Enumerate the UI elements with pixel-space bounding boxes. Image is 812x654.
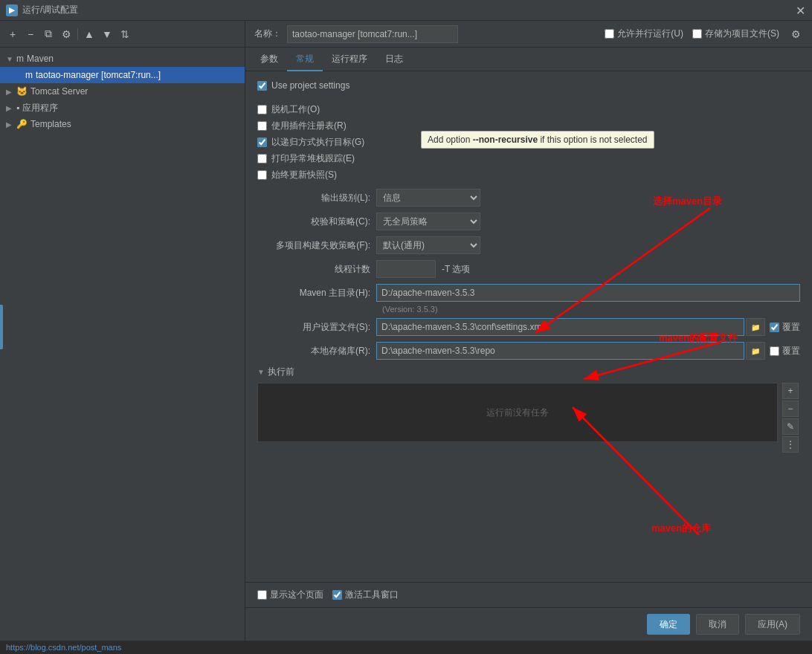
update-snapshot-checkbox[interactable] — [257, 170, 267, 180]
before-run-remove-button[interactable]: − — [782, 401, 799, 417]
sort-button[interactable]: ⇅ — [117, 26, 133, 42]
config-tree: ▼ m Maven m taotao-manager [tomcat7:run.… — [0, 48, 245, 641]
local-repo-reset-checkbox[interactable] — [770, 346, 779, 356]
before-run-title: 执行前 — [268, 366, 294, 378]
tree-item-taotao[interactable]: m taotao-manager [tomcat7:run...] — [0, 67, 245, 83]
before-run-scroll-button[interactable]: ⋮ — [782, 436, 799, 453]
tomcat-label: Tomcat Server — [30, 86, 88, 97]
before-run-header[interactable]: ▼ 执行前 — [257, 366, 800, 378]
right-panel: 名称： 允许并行运行(U) 存储为项目文件(S) ⚙ 参数 常 — [245, 21, 812, 641]
tab-params[interactable]: 参数 — [251, 48, 287, 71]
local-repo-row: 本地存储库(R): 📁 覆置 — [257, 342, 800, 360]
before-run-side-buttons: + − ✎ ⋮ — [782, 383, 799, 453]
maven-home-row: Maven 主目录(H): — [257, 284, 800, 302]
tree-item-tomcat[interactable]: ▶ 🐱 Tomcat Server — [0, 83, 245, 100]
maven-version-text: (Version: 3.5.3) — [382, 305, 800, 314]
settings-reset-checkbox[interactable] — [770, 323, 779, 332]
settings-reset-text: 覆置 — [782, 321, 800, 334]
local-repo-input[interactable] — [376, 342, 744, 360]
bottom-checkboxes: 显示这个页面 激活工具窗口 — [245, 582, 812, 607]
tab-general[interactable]: 常规 — [287, 48, 323, 71]
maven-icon: m — [16, 54, 24, 64]
update-snapshot-label: 始终更新快照(S) — [271, 169, 337, 181]
offline-label: 脱机工作(O) — [271, 103, 320, 116]
settings-file-input[interactable] — [376, 318, 744, 336]
plugin-registry-checkbox[interactable] — [257, 121, 267, 131]
templates-label: Templates — [30, 119, 71, 129]
add-config-button[interactable]: + — [4, 26, 21, 42]
thread-inputs: -T 选项 — [376, 260, 470, 278]
app-label: 应用程序 — [22, 102, 58, 114]
move-down-button[interactable]: ▼ — [99, 26, 115, 42]
tomcat-arrow: ▶ — [6, 88, 15, 96]
main-content: + − ⧉ ⚙ ▲ ▼ ⇅ ▼ m Maven — [0, 21, 812, 641]
threads-label: 线程计数 — [257, 263, 376, 276]
multibuild-row: 多项目构建失败策略(F): 默认(通用) — [257, 236, 800, 254]
tab-runner[interactable]: 运行程序 — [323, 48, 376, 71]
app-arrow: ▶ — [6, 104, 15, 112]
tooltip-text: Add option --non-recursive if this optio… — [428, 135, 648, 145]
tree-item-templates[interactable]: ▶ 🔑 Templates — [0, 116, 245, 132]
dialog-icon: ▶ — [6, 4, 18, 16]
show-page-checkbox[interactable] — [257, 590, 267, 600]
move-up-button[interactable]: ▲ — [81, 26, 97, 42]
settings-reset-label[interactable]: 覆置 — [770, 321, 800, 334]
gear-settings-button[interactable]: ⚙ — [788, 27, 803, 42]
cancel-button[interactable]: 取消 — [696, 614, 739, 635]
templates-arrow: ▶ — [6, 120, 15, 129]
ok-button[interactable]: 确定 — [647, 614, 690, 635]
app-icon: ▪ — [16, 103, 19, 113]
stacktrace-checkbox[interactable] — [257, 154, 267, 164]
offline-checkbox[interactable] — [257, 105, 267, 114]
show-page-label[interactable]: 显示这个页面 — [257, 589, 323, 601]
update-snapshot-row: 始终更新快照(S) — [257, 166, 800, 183]
settings-button[interactable]: ⚙ — [58, 26, 74, 42]
checkboxes-section: 脱机工作(O) 使用插件注册表(R) 以递归方式执行目标(G) Add opti… — [257, 101, 800, 183]
tomcat-icon: 🐱 — [16, 86, 28, 97]
stacktrace-label: 打印异常堆栈跟踪(E) — [271, 152, 355, 165]
activate-window-checkbox[interactable] — [332, 590, 342, 600]
local-repo-reset-label[interactable]: 覆置 — [770, 345, 800, 357]
use-project-settings-checkbox[interactable] — [257, 81, 267, 91]
top-checkboxes: 允许并行运行(U) 存储为项目文件(S) ⚙ — [605, 27, 803, 42]
apply-button[interactable]: 应用(A) — [745, 614, 800, 635]
store-project-checkbox[interactable] — [692, 29, 702, 39]
bottom-actions: 确定 取消 应用(A) — [245, 607, 812, 641]
before-run-add-button[interactable]: + — [782, 383, 799, 399]
store-project-text: 存储为项目文件(S) — [705, 27, 779, 40]
url-text: https://blog.csdn.net/post_mans — [6, 643, 121, 652]
output-level-select[interactable]: 信息 — [376, 189, 480, 207]
allow-parallel-label[interactable]: 允许并行运行(U) — [605, 27, 683, 40]
output-level-row: 输出级别(L): 信息 — [257, 189, 800, 207]
content-area: Use project settings 脱机工作(O) 使用插件注册表(R) … — [245, 71, 812, 582]
templates-icon: 🔑 — [16, 119, 28, 129]
before-run-edit-button[interactable]: ✎ — [782, 418, 799, 435]
local-repo-browse-button[interactable]: 📁 — [746, 342, 765, 360]
title-bar: ▶ 运行/调试配置 ✕ — [0, 0, 812, 21]
store-project-label[interactable]: 存储为项目文件(S) — [692, 27, 779, 40]
activate-window-label[interactable]: 激活工具窗口 — [332, 589, 399, 601]
name-input[interactable] — [287, 25, 458, 43]
recursive-checkbox[interactable] — [257, 137, 267, 147]
threads-input[interactable] — [376, 260, 436, 278]
allow-parallel-checkbox[interactable] — [605, 29, 614, 39]
tree-item-maven[interactable]: ▼ m Maven — [0, 51, 245, 67]
tree-item-app[interactable]: ▶ ▪ 应用程序 — [0, 100, 245, 116]
settings-file-browse-button[interactable]: 📁 — [746, 318, 765, 336]
remove-config-button[interactable]: − — [22, 26, 39, 42]
recursive-row: 以递归方式执行目标(G) Add option --non-recursive … — [257, 134, 800, 150]
offline-row: 脱机工作(O) — [257, 101, 800, 117]
show-page-text: 显示这个页面 — [270, 589, 323, 601]
tabs-bar: 参数 常规 运行程序 日志 — [245, 48, 812, 71]
recursive-label: 以递归方式执行目标(G) — [271, 136, 364, 149]
copy-config-button[interactable]: ⧉ — [40, 26, 57, 42]
stacktrace-row: 打印异常堆栈跟踪(E) — [257, 150, 800, 166]
validate-select[interactable]: 无全局策略 — [376, 213, 480, 230]
close-button[interactable]: ✕ — [796, 5, 806, 16]
tab-log[interactable]: 日志 — [376, 48, 412, 71]
top-bar: 名称： 允许并行运行(U) 存储为项目文件(S) ⚙ — [245, 21, 812, 48]
maven-home-input[interactable] — [376, 284, 800, 302]
multibuild-select[interactable]: 默认(通用) — [376, 236, 480, 254]
before-run-empty-text: 运行前没有任务 — [486, 407, 549, 419]
before-run-container: 运行前没有任务 + − ✎ ⋮ — [257, 383, 778, 442]
